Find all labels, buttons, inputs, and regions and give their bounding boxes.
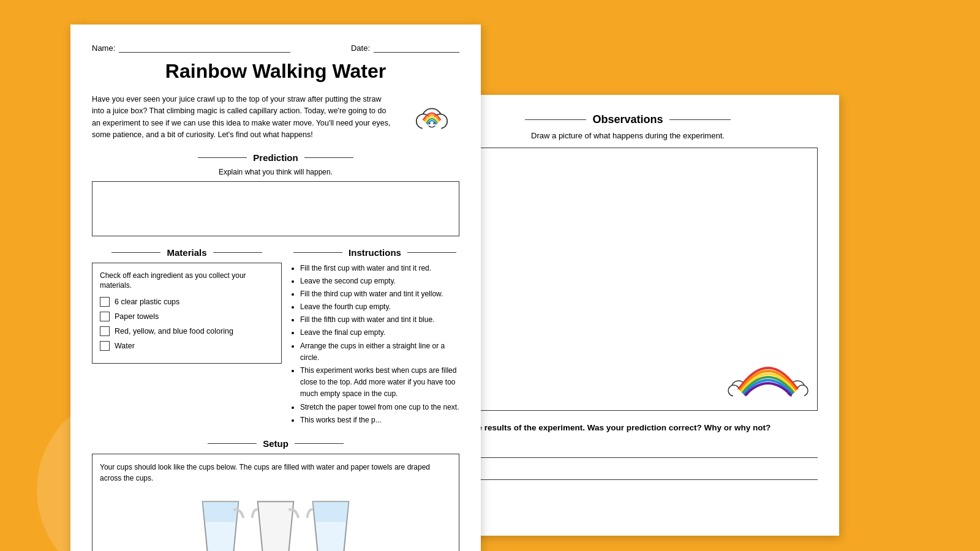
date-label: Date: — [351, 43, 370, 53]
svg-rect-4 — [423, 121, 442, 130]
rainbow-cloud-illustration — [404, 94, 459, 140]
prediction-heading: Prediction — [253, 152, 298, 163]
instruction-5: Fill the fifth cup with water and tint i… — [300, 314, 459, 326]
observations-header: Observations — [438, 113, 818, 126]
material-label-3: Red, yellow, and blue food coloring — [115, 327, 233, 335]
answer-line-1[interactable] — [438, 443, 818, 458]
name-label: Name: — [92, 43, 115, 53]
materials-heading: Materials — [167, 247, 206, 258]
instruction-9: Stretch the paper towel from one cup to … — [300, 402, 459, 413]
prediction-header: Prediction — [92, 152, 459, 163]
setup-line-left — [208, 443, 257, 444]
observations-heading: Observations — [592, 113, 663, 126]
checkbox-2[interactable] — [100, 312, 110, 321]
setup-section: Setup Your cups should look like the cup… — [92, 438, 459, 551]
material-item-4: Water — [100, 341, 274, 351]
obs-line-left — [525, 119, 586, 120]
materials-section: Materials Check off each ingredient as y… — [92, 247, 282, 427]
instructions-list: Fill the first cup with water and tint i… — [290, 263, 459, 426]
material-label-4: Water — [115, 342, 135, 350]
answer-line-2[interactable] — [438, 465, 818, 480]
setup-header: Setup — [92, 438, 459, 449]
instruction-2: Leave the second cup empty. — [300, 276, 459, 287]
instruction-7: Arrange the cups in either a straight li… — [300, 340, 459, 364]
prediction-subtitle: Explain what you think will happen. — [92, 168, 459, 176]
instruction-1: Fill the first cup with water and tint i… — [300, 263, 459, 274]
worksheet-page1: Name: Date: Rainbow Walking Water Have y… — [70, 24, 481, 551]
svg-point-5 — [429, 122, 431, 124]
rainbow-decoration — [725, 340, 811, 404]
instruction-3: Fill the third cup with water and tint i… — [300, 288, 459, 300]
checkbox-4[interactable] — [100, 341, 110, 351]
prediction-section: Prediction Explain what you think will h… — [92, 152, 459, 236]
materials-line-right — [213, 252, 262, 253]
name-date-row: Name: Date: — [92, 43, 459, 53]
instructions-header: Instructions — [290, 247, 459, 258]
setup-box: Your cups should look like the cups belo… — [92, 454, 459, 551]
name-input-line[interactable] — [119, 43, 290, 53]
materials-header: Materials — [92, 247, 282, 258]
material-label-1: 6 clear plastic cups — [115, 298, 179, 306]
material-item-3: Red, yellow, and blue food coloring — [100, 326, 274, 336]
materials-instructions-row: Materials Check off each ingredient as y… — [92, 247, 459, 427]
instructions-section: Instructions Fill the first cup with wat… — [290, 247, 459, 427]
instructions-line-right — [407, 252, 456, 253]
cup-svg-2 — [251, 493, 300, 551]
cup-svg-3 — [306, 493, 355, 551]
prediction-line-right — [304, 157, 353, 158]
collect-text: Check off each ingredient as you collect… — [100, 271, 274, 291]
checkbox-1[interactable] — [100, 297, 110, 307]
prediction-box[interactable] — [92, 181, 459, 236]
instructions-heading: Instructions — [349, 247, 401, 258]
intro-section: Have you ever seen your juice crawl up t… — [92, 94, 459, 141]
instruction-4: Leave the fourth cup empty. — [300, 301, 459, 313]
intro-text: Have you ever seen your juice crawl up t… — [92, 94, 396, 141]
name-field-group: Name: — [92, 43, 290, 53]
page-title: Rainbow Walking Water — [92, 60, 459, 83]
instruction-10: This works best if the p... — [300, 414, 459, 426]
observation-drawing-box[interactable] — [438, 148, 818, 411]
instruction-8: This experiment works best when cups are… — [300, 365, 459, 400]
results-question: Explain the results of the experiment. W… — [438, 422, 818, 435]
instructions-line-left — [293, 252, 342, 253]
date-input-line[interactable] — [374, 43, 459, 53]
setup-line-right — [295, 443, 344, 444]
svg-point-6 — [433, 122, 435, 124]
materials-line-left — [111, 252, 160, 253]
material-item-1: 6 clear plastic cups — [100, 297, 274, 307]
setup-text: Your cups should look like the cups belo… — [100, 462, 451, 484]
material-label-2: Paper towels — [115, 312, 159, 321]
cups-illustration — [100, 493, 451, 551]
setup-heading: Setup — [263, 438, 288, 449]
instruction-6: Leave the final cup empty. — [300, 327, 459, 339]
checkbox-3[interactable] — [100, 326, 110, 336]
date-field-group: Date: — [351, 43, 459, 53]
draw-subtitle: Draw a picture of what happens during th… — [438, 131, 818, 140]
material-item-2: Paper towels — [100, 312, 274, 321]
materials-box: Check off each ingredient as you collect… — [92, 263, 282, 364]
cup-svg-1 — [196, 493, 245, 551]
prediction-line-left — [198, 157, 247, 158]
obs-line-right — [669, 119, 731, 120]
